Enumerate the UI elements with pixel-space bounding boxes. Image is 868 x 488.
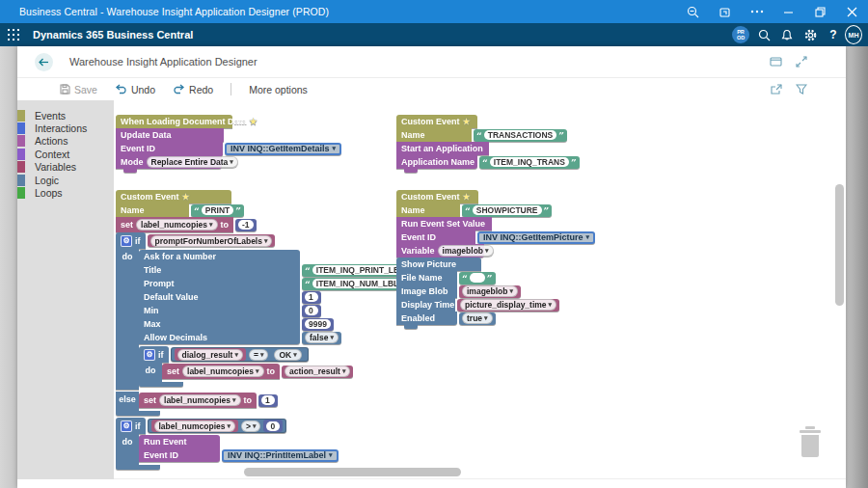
- run-event-block[interactable]: Run Event Event ID INV INQ::PrintItemLab…: [139, 435, 339, 462]
- events-color-chip: [17, 110, 25, 122]
- save-button[interactable]: Save: [60, 84, 97, 95]
- variable-dropdown[interactable]: label_numcopies: [136, 219, 217, 230]
- undo-button[interactable]: Undo: [115, 84, 155, 95]
- screen: Business Central - Warehouse Insight App…: [0, 0, 868, 488]
- if-block-numcopies[interactable]: if label_numcopies > 0 do Run Event: [116, 418, 452, 470]
- variable-dropdown[interactable]: imageblob: [438, 245, 494, 257]
- star-icon: [463, 117, 471, 126]
- zoom-out-icon[interactable]: [677, 0, 709, 23]
- block-when-loading-document-data[interactable]: When Loading Document Data Update Data E…: [116, 115, 341, 173]
- open-in-window-icon[interactable]: [770, 56, 782, 68]
- boolean-dropdown-block[interactable]: true: [459, 312, 496, 325]
- block-custom-event-showpicture[interactable]: Custom Event Name SHOWPICTURE Run Event …: [396, 190, 595, 329]
- block-custom-event-transactions[interactable]: Custom Event Name TRANSACTIONS Start an …: [396, 115, 580, 173]
- number-value-block[interactable]: 1: [258, 394, 278, 407]
- operator-dropdown[interactable]: >: [241, 420, 260, 432]
- variable-value-block[interactable]: label_numcopies: [151, 420, 238, 432]
- interactions-color-chip: [17, 122, 25, 134]
- number-value-block[interactable]: 1: [302, 291, 321, 304]
- boolean-dropdown-block[interactable]: false: [302, 332, 341, 344]
- toolbox-item-actions[interactable]: Actions: [17, 135, 114, 148]
- text-value-block[interactable]: [459, 272, 496, 285]
- save-icon: [60, 84, 70, 95]
- bell-icon[interactable]: [775, 23, 799, 46]
- logic-color-chip: [17, 175, 25, 186]
- mutator-gear-icon[interactable]: [121, 420, 132, 432]
- mode-dropdown[interactable]: Replace Entire Data: [147, 156, 238, 168]
- variable-value-block[interactable]: promptForNumberOfLabels: [148, 234, 276, 247]
- more-icon[interactable]: [741, 0, 773, 23]
- text-value-block[interactable]: ITEM_INQ_TRANS: [479, 156, 580, 169]
- result-dropdown-block[interactable]: OK: [271, 348, 304, 361]
- more-options-button[interactable]: More options: [249, 84, 308, 95]
- back-button[interactable]: [35, 53, 53, 71]
- variable-dropdown[interactable]: label_numcopies: [182, 366, 263, 377]
- mutator-gear-icon[interactable]: [144, 349, 155, 361]
- variables-color-chip: [17, 161, 25, 173]
- help-icon[interactable]: ?: [822, 23, 845, 46]
- toolbox-item-events[interactable]: Events: [17, 109, 114, 122]
- horizontal-scrollbar[interactable]: [244, 468, 461, 476]
- star-icon: [182, 192, 190, 202]
- minimize-icon[interactable]: [773, 0, 804, 23]
- if-block-dialog-result[interactable]: if dialog_result = OK do: [139, 346, 452, 387]
- number-value-block[interactable]: 9999: [302, 318, 334, 331]
- restore-icon[interactable]: [804, 0, 836, 23]
- env-badge-line2: OD: [737, 35, 745, 41]
- toolbox-item-context[interactable]: Context: [17, 148, 114, 160]
- content-card: Warehouse Insight Application Designer S…: [17, 46, 846, 488]
- number-value-block[interactable]: 0: [263, 420, 283, 432]
- share-icon[interactable]: [771, 84, 782, 95]
- text-value-block[interactable]: PRINT: [191, 204, 244, 217]
- user-menu[interactable]: MH: [845, 23, 868, 46]
- star-icon: [250, 117, 258, 126]
- toolbox-item-interactions[interactable]: Interactions: [17, 122, 114, 134]
- text-value-block[interactable]: TRANSACTIONS: [474, 129, 567, 142]
- variable-value-block[interactable]: imageblob: [459, 285, 521, 298]
- redo-button[interactable]: Redo: [173, 84, 213, 95]
- avatar: MH: [845, 25, 862, 44]
- page-title: Warehouse Insight Application Designer: [69, 56, 258, 68]
- event-id-dropdown[interactable]: INV INQ::GetItemDetails: [225, 143, 341, 155]
- variable-value-block[interactable]: dialog_result: [175, 348, 246, 361]
- variable-value-block[interactable]: picture_display_time: [457, 299, 559, 312]
- filter-icon[interactable]: [796, 84, 807, 95]
- variable-value-block[interactable]: action_result: [282, 366, 353, 378]
- window-title: Business Central - Warehouse Insight App…: [19, 6, 329, 17]
- toolbox-item-variables[interactable]: Variables: [17, 161, 114, 174]
- redo-icon: [173, 84, 185, 95]
- window-titlebar: Business Central - Warehouse Insight App…: [0, 0, 868, 23]
- event-id-dropdown[interactable]: INV INQ::PrintItemLabel: [222, 449, 339, 462]
- designer-workspace: Events Interactions Actions Context Vari…: [17, 100, 846, 479]
- number-value-block[interactable]: -1: [235, 219, 257, 231]
- compare-block[interactable]: label_numcopies > 0: [148, 419, 287, 433]
- titlebar-controls: [677, 0, 868, 23]
- appbar-controls: PR OD ? MH: [729, 23, 868, 46]
- block-toolbox: Events Interactions Actions Context Vari…: [17, 100, 114, 479]
- page-header: Warehouse Insight Application Designer: [17, 46, 846, 77]
- popout-icon[interactable]: [709, 0, 741, 23]
- block-canvas[interactable]: When Loading Document Data Update Data E…: [114, 100, 846, 479]
- gear-icon[interactable]: [799, 23, 822, 46]
- star-icon: [463, 192, 471, 202]
- product-name[interactable]: Dynamics 365 Business Central: [33, 29, 193, 41]
- text-value-block[interactable]: SHOWPICTURE: [462, 204, 552, 217]
- fit-view-icon[interactable]: [796, 56, 807, 68]
- toolbox-item-logic[interactable]: Logic: [17, 174, 114, 186]
- mutator-gear-icon[interactable]: [121, 235, 132, 247]
- variable-dropdown[interactable]: label_numcopies: [159, 394, 240, 406]
- event-id-dropdown[interactable]: INV INQ::GetItemPicture: [477, 231, 595, 244]
- toolbox-item-loops[interactable]: Loops: [17, 186, 114, 199]
- search-icon[interactable]: [752, 23, 775, 46]
- trash-icon[interactable]: [797, 426, 824, 458]
- environment-badge[interactable]: PR OD: [729, 23, 752, 46]
- vertical-scrollbar[interactable]: [835, 184, 844, 306]
- number-value-block[interactable]: 0: [302, 305, 321, 317]
- loops-color-chip: [17, 187, 25, 199]
- context-color-chip: [17, 149, 25, 160]
- operator-dropdown[interactable]: =: [249, 349, 268, 361]
- compare-block[interactable]: dialog_result = OK: [171, 347, 309, 362]
- waffle-icon[interactable]: [8, 29, 19, 41]
- close-icon[interactable]: [836, 0, 868, 23]
- undo-icon: [115, 84, 127, 95]
